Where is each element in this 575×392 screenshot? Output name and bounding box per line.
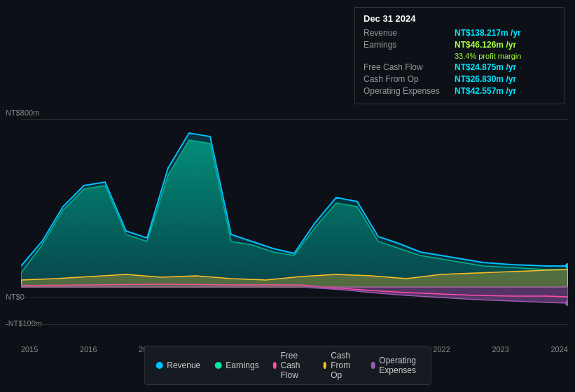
chart-legend: Revenue Earnings Free Cash Flow Cash Fro…: [144, 346, 431, 385]
cash-from-op-label: Cash From Op: [363, 74, 455, 84]
op-expenses-value: NT$42.557m /yr: [455, 86, 516, 96]
revenue-dot-legend: [155, 362, 162, 369]
x-label-2024: 2024: [550, 345, 567, 354]
x-label-2015: 2015: [21, 345, 38, 354]
earnings-row: Earnings NT$46.126m /yr: [363, 40, 555, 50]
fcf-legend-label: Free Cash Flow: [281, 351, 310, 380]
y-axis-800: NT$800m: [6, 108, 39, 117]
x-label-2023: 2023: [492, 345, 508, 354]
op-expenses-row: Operating Expenses NT$42.557m /yr: [363, 86, 555, 96]
cash-from-op-value: NT$26.830m /yr: [455, 74, 516, 84]
revenue-legend-label: Revenue: [167, 360, 200, 370]
chart-svg: [21, 119, 568, 326]
fcf-row: Free Cash Flow NT$24.875m /yr: [363, 62, 555, 72]
fcf-dot-legend: [273, 362, 277, 369]
x-label-2022: 2022: [433, 345, 450, 354]
op-expenses-label: Operating Expenses: [363, 86, 455, 96]
legend-cash-from-op: Cash From Op: [323, 351, 357, 380]
revenue-area: [21, 133, 568, 287]
info-tooltip: Dec 31 2024 Revenue NT$138.217m /yr Earn…: [354, 7, 564, 104]
cash-from-op-legend-label: Cash From Op: [331, 351, 357, 380]
op-expenses-legend-label: Operating Expenses: [379, 356, 419, 375]
legend-earnings: Earnings: [214, 360, 258, 370]
fcf-label: Free Cash Flow: [363, 62, 455, 72]
revenue-value: NT$138.217m /yr: [455, 28, 521, 38]
profit-margin-text: 33.4% profit margin: [455, 52, 521, 60]
legend-op-expenses: Operating Expenses: [371, 356, 420, 375]
revenue-row: Revenue NT$138.217m /yr: [363, 28, 555, 38]
legend-revenue: Revenue: [155, 360, 200, 370]
earnings-label: Earnings: [363, 40, 455, 50]
earnings-value: NT$46.126m /yr: [455, 40, 516, 50]
fcf-value: NT$24.875m /yr: [455, 62, 516, 72]
op-exp-area: [21, 287, 568, 303]
cash-from-op-row: Cash From Op NT$26.830m /yr: [363, 74, 555, 84]
revenue-label: Revenue: [363, 28, 455, 38]
x-label-2016: 2016: [80, 345, 97, 354]
cash-from-op-dot-legend: [323, 362, 326, 369]
profit-margin-row: 33.4% profit margin: [455, 52, 555, 60]
earnings-dot-legend: [214, 362, 221, 369]
legend-fcf: Free Cash Flow: [273, 351, 310, 380]
date-header: Dec 31 2024: [363, 13, 555, 24]
op-expenses-dot-legend: [371, 362, 375, 369]
earnings-legend-label: Earnings: [226, 360, 258, 370]
